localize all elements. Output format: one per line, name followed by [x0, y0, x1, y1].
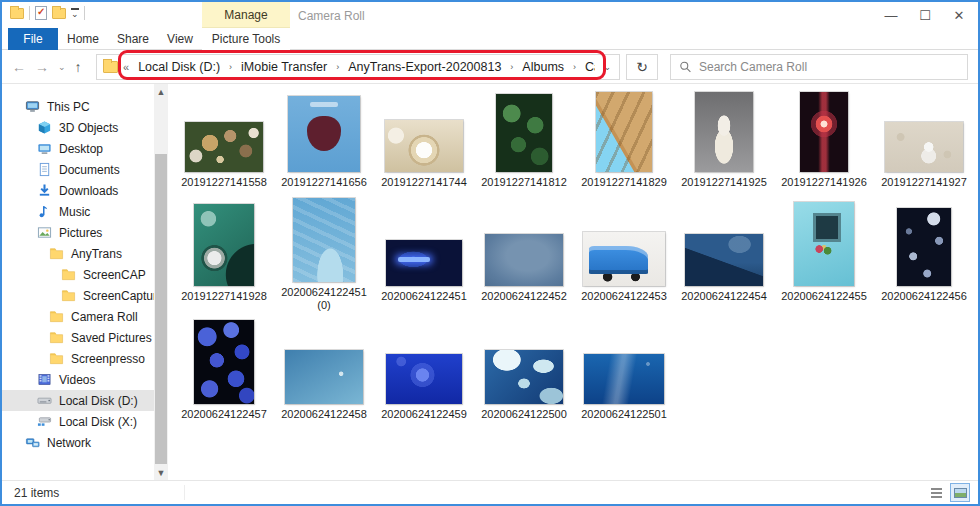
sidebar-item-videos[interactable]: Videos [2, 369, 154, 390]
photo-thumbnail-deep-blue-sea[interactable] [584, 354, 664, 404]
up-icon[interactable]: ↑ [75, 59, 82, 75]
sidebar-item-pictures[interactable]: Pictures [2, 222, 154, 243]
customize-qat-chevron-icon[interactable]: ⌄ [71, 8, 79, 18]
scrollbar-thumb[interactable] [155, 154, 167, 464]
photo-thumbnail-jellyfish-dark[interactable] [897, 208, 951, 286]
explorer-window: ⌄ Manage Camera Roll — ☐ ✕ File Home Sha… [0, 0, 980, 506]
photo-thumbnail-ocean-waves[interactable] [485, 350, 563, 404]
sidebar-item-network[interactable]: Network [2, 432, 154, 453]
file-item[interactable]: 20200624122458 [274, 312, 374, 424]
photo-thumbnail-snowman[interactable] [885, 122, 963, 172]
tab-home[interactable]: Home [58, 28, 108, 50]
refresh-icon[interactable]: ↻ [626, 54, 658, 80]
sidebar-item-saved-pictures[interactable]: Saved Pictures [2, 327, 154, 348]
photo-thumbnail-mulled-wine-illustration[interactable] [288, 96, 360, 172]
close-button[interactable]: ✕ [942, 2, 976, 28]
sidebar-item-local-disk-x[interactable]: Local Disk (X:) [2, 411, 154, 432]
thumbnail-view-icon[interactable] [950, 483, 970, 502]
sidebar-item-screenpresso[interactable]: Screenpresso [2, 348, 154, 369]
minimize-button[interactable]: — [874, 2, 908, 28]
tab-view[interactable]: View [158, 28, 202, 50]
photo-thumbnail-neon-sign[interactable] [386, 240, 462, 286]
navigation-toolbar: ← → ⌄ ↑ « Local Disk (D:)›iMobie Transfe… [2, 50, 978, 84]
back-icon[interactable]: ← [12, 59, 26, 75]
breadcrumb-separator-icon[interactable]: › [573, 62, 576, 72]
scroll-up-icon[interactable]: ▲ [154, 84, 168, 99]
photo-thumbnail-green-leaves[interactable] [496, 94, 552, 172]
sidebar-item-anytrans[interactable]: AnyTrans [2, 243, 154, 264]
address-bar[interactable]: « Local Disk (D:)›iMobie Transfer›AnyTra… [96, 54, 620, 80]
file-item[interactable]: 20191227141744 [374, 86, 474, 190]
photo-thumbnail-dark-mountains[interactable] [685, 234, 763, 286]
file-item[interactable]: 20191227141925 [674, 86, 774, 190]
forward-icon[interactable]: → [35, 59, 49, 75]
photo-thumbnail-table-setting[interactable] [385, 120, 463, 172]
sidebar-item-local-disk-d[interactable]: Local Disk (D:) [2, 390, 154, 411]
breadcrumb-separator-icon[interactable]: › [336, 62, 339, 72]
sidebar-item-downloads[interactable]: Downloads [2, 180, 154, 201]
sidebar-item-camera-roll[interactable]: Camera Roll [2, 306, 154, 327]
new-folder-icon[interactable] [52, 8, 66, 19]
photo-thumbnail-turquoise-wall[interactable] [794, 202, 854, 286]
breadcrumb-segment[interactable]: Local Disk (D:) [136, 60, 222, 74]
recent-locations-chevron-icon[interactable]: ⌄ [58, 62, 66, 72]
breadcrumb-overflow-icon[interactable]: « [123, 61, 129, 73]
folder-icon[interactable] [10, 8, 24, 19]
photo-thumbnail-stone-columns[interactable] [596, 92, 652, 172]
manage-contextual-tab[interactable]: Manage [202, 2, 290, 28]
photo-thumbnail-white-dog[interactable] [695, 92, 753, 172]
file-item[interactable]: 20200624122501 [574, 312, 674, 424]
photo-thumbnail-blue-gray[interactable] [485, 234, 563, 286]
sidebar-item-3d-objects[interactable]: 3D Objects [2, 117, 154, 138]
search-box[interactable] [670, 54, 968, 80]
sidebar-item-this-pc[interactable]: This PC [2, 96, 154, 117]
file-item[interactable]: 20200624122500 [474, 312, 574, 424]
maximize-button[interactable]: ☐ [908, 2, 942, 28]
sidebar-item-screencapture[interactable]: ScreenCapture [2, 285, 154, 306]
file-item[interactable]: 20191227141812 [474, 86, 574, 190]
breadcrumb-separator-icon[interactable]: › [510, 62, 513, 72]
breadcrumb-segment[interactable]: Camera Roll [583, 60, 595, 74]
file-item[interactable]: 20200624122451(0) [274, 190, 374, 312]
file-item[interactable]: 20200624122457 [174, 312, 274, 424]
file-item[interactable]: 20191227141927 [874, 86, 974, 190]
photo-thumbnail-jellyfish-royal[interactable] [386, 354, 462, 404]
tab-file[interactable]: File [8, 28, 58, 50]
photo-thumbnail-jellyfish-cluster[interactable] [194, 320, 254, 404]
file-item[interactable]: 20200624122452 [474, 190, 574, 312]
properties-icon[interactable] [35, 6, 47, 20]
tab-picture-tools[interactable]: Picture Tools [202, 28, 290, 50]
breadcrumb-segment[interactable]: Albums [520, 60, 566, 74]
sidebar-item-screencap[interactable]: ScreenCAP [2, 264, 154, 285]
sidebar-scrollbar[interactable]: ▲ ▼ [154, 84, 168, 480]
breadcrumb-segment[interactable]: AnyTrans-Export-20200813 [346, 60, 503, 74]
folder-icon [48, 351, 64, 367]
scroll-down-icon[interactable]: ▼ [154, 465, 168, 480]
sidebar-item-desktop[interactable]: Desktop [2, 138, 154, 159]
photo-thumbnail-pool-water[interactable] [293, 198, 355, 282]
photo-thumbnail-green-beetle-car[interactable] [194, 204, 254, 286]
file-item[interactable]: 20191227141558 [174, 86, 274, 190]
file-item[interactable]: 20200624122459 [374, 312, 474, 424]
photo-thumbnail-red-sun-street[interactable] [800, 92, 848, 172]
address-dropdown-chevron-icon[interactable]: ⌄ [595, 62, 619, 72]
file-item[interactable]: 20191227141928 [174, 190, 274, 312]
file-item[interactable]: 20191227141926 [774, 86, 874, 190]
file-item[interactable]: 20200624122454 [674, 190, 774, 312]
file-item[interactable]: 20200624122455 [774, 190, 874, 312]
breadcrumb-segment[interactable]: iMobie Transfer [239, 60, 329, 74]
tab-share[interactable]: Share [108, 28, 158, 50]
photo-thumbnail-blue-sky[interactable] [285, 350, 363, 404]
file-item[interactable]: 20191227141656 [274, 86, 374, 190]
file-item[interactable]: 20200624122453 [574, 190, 674, 312]
photo-thumbnail-christmas-gifts[interactable] [185, 122, 263, 172]
file-item[interactable]: 20200624122451 [374, 190, 474, 312]
breadcrumb-separator-icon[interactable]: › [229, 62, 232, 72]
sidebar-item-music[interactable]: Music [2, 201, 154, 222]
file-item[interactable]: 20200624122456 [874, 190, 974, 312]
details-view-icon[interactable] [926, 483, 946, 502]
sidebar-item-documents[interactable]: Documents [2, 159, 154, 180]
file-item[interactable]: 20191227141829 [574, 86, 674, 190]
search-input[interactable] [699, 60, 959, 74]
photo-thumbnail-blue-food-truck[interactable] [583, 232, 665, 286]
